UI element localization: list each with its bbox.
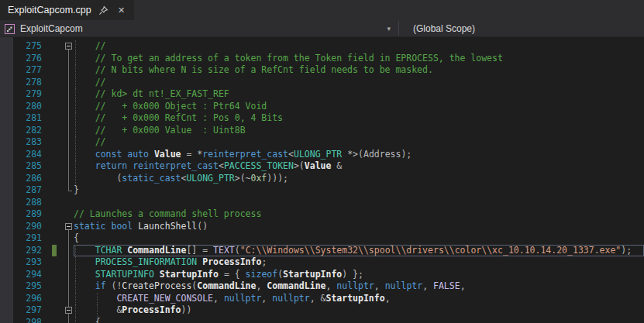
track-changes-margin: [44, 101, 57, 113]
line-number[interactable]: 276: [0, 53, 44, 65]
code-text[interactable]: //: [74, 136, 644, 149]
code-text[interactable]: if (!CreateProcess(CommandLine, CommandL…: [74, 280, 644, 293]
track-changes-margin: [44, 125, 57, 137]
fold-collapse-button[interactable]: [57, 304, 74, 317]
track-changes-margin: [44, 64, 57, 77]
cpp-scope-icon: [5, 23, 15, 33]
line-number[interactable]: 296: [0, 293, 44, 305]
code-line-285[interactable]: 285 return reinterpret_cast<PACCESS_TOKE…: [0, 160, 644, 173]
line-number[interactable]: 297: [0, 304, 44, 317]
code-text[interactable]: TCHAR CommandLine[] = TEXT("C:\\Windows\…: [74, 245, 644, 257]
scope-dropdown[interactable]: (Global Scope): [399, 20, 475, 36]
code-text[interactable]: {: [74, 232, 644, 245]
line-number[interactable]: 291: [0, 232, 44, 245]
line-number[interactable]: 292: [0, 245, 44, 257]
code-line-290[interactable]: 290static bool LaunchShell(): [0, 221, 644, 233]
code-text[interactable]: return reinterpret_cast<PACCESS_TOKEN>(V…: [74, 160, 644, 173]
fold-margin: [57, 88, 74, 101]
fold-margin: [57, 269, 74, 281]
close-icon[interactable]: ✕: [116, 5, 127, 15]
line-number[interactable]: 293: [0, 256, 44, 269]
fold-margin: [57, 245, 74, 257]
code-line-278[interactable]: 278 //: [0, 77, 644, 89]
line-number[interactable]: 294: [0, 269, 44, 281]
code-line-291[interactable]: 291{: [0, 232, 644, 245]
code-text[interactable]: CREATE_NEW_CONSOLE, nullptr, nullptr, &S…: [74, 293, 644, 305]
code-text[interactable]: // + 0x000 RefCnt : Pos 0, 4 Bits: [74, 112, 644, 125]
code-line-295[interactable]: 295 if (!CreateProcess(CommandLine, Comm…: [0, 280, 644, 293]
line-number[interactable]: 282: [0, 125, 44, 137]
code-line-281[interactable]: 281 // + 0x000 RefCnt : Pos 0, 4 Bits: [0, 112, 644, 125]
code-text[interactable]: PROCESS_INFORMATION ProcessInfo;: [74, 256, 644, 269]
code-line-296[interactable]: 296 CREATE_NEW_CONSOLE, nullptr, nullptr…: [0, 293, 644, 305]
pin-icon[interactable]: [98, 5, 109, 15]
code-line-283[interactable]: 283 //: [0, 136, 644, 149]
code-editor[interactable]: 275 //276 // To get an address of a toke…: [0, 37, 644, 323]
code-text[interactable]: //: [74, 77, 644, 89]
indent-guide: [75, 317, 76, 323]
code-area: 275 //276 // To get an address of a toke…: [0, 40, 644, 323]
line-number[interactable]: 284: [0, 149, 44, 161]
line-number[interactable]: 281: [0, 112, 44, 125]
code-line-284[interactable]: 284 const auto Value = *reinterpret_cast…: [0, 149, 644, 161]
line-number[interactable]: 279: [0, 88, 44, 101]
line-number[interactable]: 295: [0, 280, 44, 293]
fold-margin: [57, 77, 74, 89]
line-number[interactable]: 285: [0, 160, 44, 173]
fold-margin: [57, 149, 74, 161]
code-text[interactable]: static bool LaunchShell(): [74, 221, 644, 233]
code-text[interactable]: &ProcessInfo)): [74, 304, 644, 317]
line-number[interactable]: 288: [0, 197, 44, 209]
code-text[interactable]: // To get an address of a token from the…: [74, 53, 644, 65]
track-changes-saved-marker: [44, 245, 57, 257]
tab-exploitcapcom[interactable]: ExploitCapcom.cpp ✕: [0, 0, 134, 20]
code-line-279[interactable]: 279 // kd> dt nt!_EX_FAST_REF: [0, 88, 644, 101]
indent-guide: [75, 136, 76, 149]
code-text[interactable]: }: [74, 184, 644, 197]
code-text[interactable]: // + 0x000 Object : Ptr64 Void: [74, 101, 644, 113]
code-line-292[interactable]: 292 TCHAR CommandLine[] = TEXT("C:\\Wind…: [0, 245, 644, 257]
code-text[interactable]: // Launches a command shell process: [74, 208, 644, 221]
code-line-280[interactable]: 280 // + 0x000 Object : Ptr64 Void: [0, 101, 644, 113]
line-number[interactable]: 289: [0, 208, 44, 221]
code-line-276[interactable]: 276 // To get an address of a token from…: [0, 53, 644, 65]
code-text[interactable]: // N bits where N is size of a RefCnt fi…: [74, 64, 644, 77]
track-changes-margin: [44, 280, 57, 293]
line-number[interactable]: 277: [0, 64, 44, 77]
code-text[interactable]: STARTUPINFO StartupInfo = { sizeof(Start…: [74, 269, 644, 281]
code-text[interactable]: // + 0x000 Value : Uint8B: [74, 125, 644, 137]
line-number[interactable]: 298: [0, 317, 44, 323]
indent-guide: [75, 125, 76, 137]
code-line-294[interactable]: 294 STARTUPINFO StartupInfo = { sizeof(S…: [0, 269, 644, 281]
fold-margin: [57, 53, 74, 65]
line-number[interactable]: 280: [0, 101, 44, 113]
code-text[interactable]: [74, 197, 644, 209]
code-text[interactable]: // kd> dt nt!_EX_FAST_REF: [74, 88, 644, 101]
line-number[interactable]: 278: [0, 77, 44, 89]
code-text[interactable]: (static_cast<ULONG_PTR>(~0xf)));: [74, 173, 644, 185]
code-text[interactable]: {: [74, 317, 644, 323]
code-line-288[interactable]: 288: [0, 197, 644, 209]
code-text[interactable]: //: [74, 40, 644, 53]
project-scope-dropdown[interactable]: ExploitCapcom ▾: [0, 20, 398, 36]
fold-collapse-button[interactable]: [57, 40, 74, 53]
track-changes-margin: [44, 317, 57, 323]
code-text[interactable]: const auto Value = *reinterpret_cast<ULO…: [74, 149, 644, 161]
code-line-289[interactable]: 289// Launches a command shell process: [0, 208, 644, 221]
code-line-286[interactable]: 286 (static_cast<ULONG_PTR>(~0xf)));: [0, 173, 644, 185]
code-line-298[interactable]: 298 {: [0, 317, 644, 323]
code-line-277[interactable]: 277 // N bits where N is size of a RefCn…: [0, 64, 644, 77]
code-line-293[interactable]: 293 PROCESS_INFORMATION ProcessInfo;: [0, 256, 644, 269]
line-number[interactable]: 275: [0, 40, 44, 53]
line-number[interactable]: 287: [0, 184, 44, 197]
track-changes-margin: [44, 136, 57, 149]
code-line-297[interactable]: 297 &ProcessInfo)): [0, 304, 644, 317]
fold-collapse-button[interactable]: [57, 221, 74, 233]
line-number[interactable]: 286: [0, 173, 44, 185]
line-number[interactable]: 283: [0, 136, 44, 149]
code-line-275[interactable]: 275 //: [0, 40, 644, 53]
code-line-287[interactable]: 287}: [0, 184, 644, 197]
track-changes-margin: [44, 256, 57, 269]
line-number[interactable]: 290: [0, 221, 44, 233]
code-line-282[interactable]: 282 // + 0x000 Value : Uint8B: [0, 125, 644, 137]
